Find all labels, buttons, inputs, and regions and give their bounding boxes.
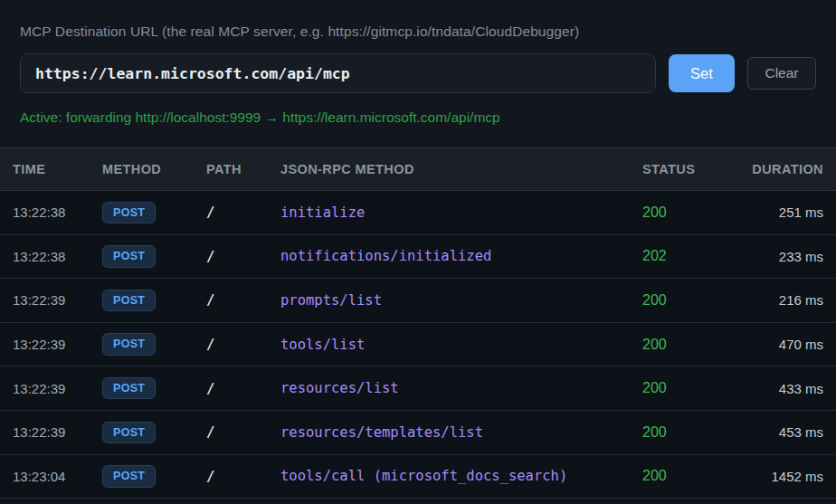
request-time: 13:22:38 — [13, 249, 102, 264]
request-time: 13:22:38 — [13, 204, 102, 220]
jsonrpc-method: initialize — [280, 204, 642, 221]
status-code: 202 — [642, 248, 724, 264]
table-row: 13:22:39 POST / tools/list 200 470 ms — [0, 323, 836, 367]
method-cell: POST — [102, 333, 206, 355]
column-header-method: METHOD — [102, 162, 206, 176]
table-row: 13:23:04 POST / tools/call (microsoft_do… — [0, 455, 836, 499]
clear-button[interactable]: Clear — [747, 57, 816, 90]
column-header-time: TIME — [13, 162, 102, 176]
column-header-path: PATH — [206, 162, 280, 176]
request-path: / — [206, 468, 280, 485]
http-method-badge: POST — [102, 245, 156, 267]
jsonrpc-method: resources/templates/list — [280, 424, 642, 441]
http-method-badge: POST — [102, 290, 156, 311]
method-cell: POST — [102, 202, 206, 223]
request-duration: 453 ms — [724, 424, 823, 440]
status-code: 200 — [642, 204, 724, 221]
method-cell: POST — [102, 245, 206, 267]
column-header-status: STATUS — [642, 162, 724, 176]
request-time: 13:22:39 — [13, 292, 102, 308]
table-row: 13:22:39 POST / prompts/list 200 216 ms — [0, 279, 836, 323]
destination-url-input[interactable] — [20, 53, 656, 93]
destination-url-label: MCP Destination URL (the real MCP server… — [20, 24, 816, 40]
column-header-jsonrpc-method: JSON-RPC METHOD — [280, 162, 642, 176]
request-duration: 1452 ms — [724, 469, 823, 484]
http-method-badge: POST — [102, 422, 156, 443]
method-cell: POST — [102, 377, 206, 399]
next-row-partial — [0, 499, 836, 502]
jsonrpc-method: tools/call (microsoft_docs_search) — [280, 468, 642, 484]
status-code: 200 — [642, 468, 724, 484]
jsonrpc-method: tools/list — [280, 337, 642, 353]
status-code: 200 — [642, 380, 724, 396]
status-code: 200 — [642, 337, 724, 353]
request-path: / — [206, 291, 280, 309]
status-code: 200 — [642, 292, 724, 309]
http-method-badge: POST — [102, 465, 156, 487]
http-method-badge: POST — [102, 333, 156, 355]
request-time: 13:22:39 — [13, 337, 102, 352]
request-duration: 470 ms — [724, 337, 823, 352]
http-method-badge: POST — [102, 202, 156, 223]
jsonrpc-method: prompts/list — [280, 292, 642, 309]
request-path: / — [206, 204, 280, 221]
column-header-duration: DURATION — [724, 162, 823, 176]
table-header-row: TIME METHOD PATH JSON-RPC METHOD STATUS … — [0, 148, 836, 191]
request-time: 13:23:04 — [13, 469, 102, 484]
request-log-table: TIME METHOD PATH JSON-RPC METHOD STATUS … — [0, 147, 836, 502]
request-duration: 251 ms — [724, 204, 823, 220]
destination-input-row: Set Clear — [20, 53, 816, 93]
http-method-badge: POST — [102, 377, 156, 399]
request-path: / — [206, 380, 280, 397]
method-cell: POST — [102, 465, 206, 487]
destination-section: MCP Destination URL (the real MCP server… — [0, 0, 836, 126]
request-duration: 433 ms — [724, 381, 823, 396]
method-cell: POST — [102, 422, 206, 443]
request-time: 13:22:39 — [13, 424, 102, 440]
status-code: 200 — [642, 424, 724, 441]
set-button[interactable]: Set — [669, 54, 735, 92]
jsonrpc-method: notifications/initialized — [280, 248, 642, 264]
table-row: 13:22:39 POST / resources/templates/list… — [0, 411, 836, 455]
request-path: / — [206, 248, 280, 265]
request-path: / — [206, 336, 280, 353]
table-row: 13:22:38 POST / initialize 200 251 ms — [0, 191, 836, 235]
table-row: 13:22:38 POST / notifications/initialize… — [0, 235, 836, 280]
table-row: 13:22:39 POST / resources/list 200 433 m… — [0, 366, 836, 411]
request-path: / — [206, 423, 280, 441]
jsonrpc-method: resources/list — [280, 380, 642, 396]
method-cell: POST — [102, 290, 206, 311]
request-duration: 233 ms — [724, 249, 823, 264]
table-body: 13:22:38 POST / initialize 200 251 ms 13… — [0, 191, 836, 499]
request-time: 13:22:39 — [13, 381, 102, 396]
request-duration: 216 ms — [724, 292, 823, 308]
forwarding-status-text: Active: forwarding http://localhost:9999… — [20, 109, 816, 126]
